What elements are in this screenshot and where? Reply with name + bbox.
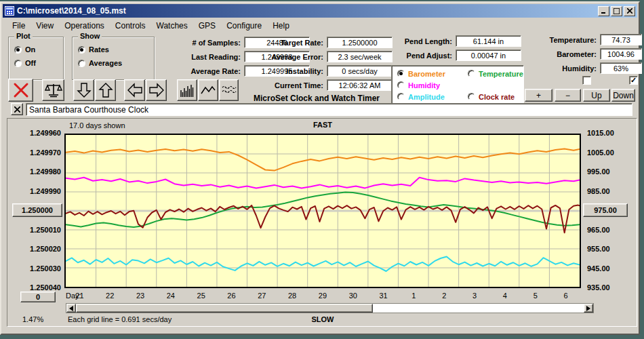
line-graph-button[interactable] bbox=[198, 79, 218, 101]
last-reading-label: Last Reading: bbox=[159, 53, 244, 61]
desktop-background: C:\microset\2014_08_05.mst FileViewOpera… bbox=[0, 0, 644, 339]
plus-button[interactable]: + bbox=[525, 89, 552, 102]
left-axis-reference-button[interactable]: 1.250000 bbox=[12, 203, 62, 217]
plot-area[interactable] bbox=[64, 134, 581, 288]
radio-icon bbox=[397, 81, 405, 89]
chart-scrollbar[interactable] bbox=[66, 303, 594, 313]
menu-bar: FileViewOperationsControlsWatchesGPSConf… bbox=[3, 19, 637, 32]
series-radio-barometer[interactable]: Barometer bbox=[397, 68, 468, 79]
right-axis-tick: 1005.00 bbox=[587, 148, 635, 157]
series-radio-label: Clock rate bbox=[479, 93, 515, 101]
plot-option-label: On bbox=[25, 45, 35, 54]
radio-icon bbox=[78, 60, 85, 67]
minimize-button[interactable] bbox=[598, 6, 609, 16]
shift-down-button[interactable] bbox=[73, 79, 94, 101]
balance-button[interactable] bbox=[42, 79, 64, 101]
day-tick-label: 30 bbox=[338, 292, 368, 300]
minus-button[interactable]: − bbox=[555, 89, 581, 102]
series-line-clock-rate bbox=[66, 205, 580, 233]
series-line-humidity bbox=[66, 178, 580, 188]
scroll-right-button[interactable] bbox=[146, 79, 167, 101]
histogram-button[interactable] bbox=[177, 79, 197, 101]
close-button[interactable] bbox=[624, 6, 635, 16]
left-checkbox[interactable] bbox=[582, 76, 591, 85]
scrollbar-right-button[interactable] bbox=[584, 304, 593, 313]
triangle-right-icon bbox=[586, 306, 590, 311]
pend-adjust-field[interactable]: 0.00047 in bbox=[456, 49, 521, 61]
scrollbar-thumb[interactable] bbox=[76, 304, 373, 313]
shift-up-button[interactable] bbox=[95, 79, 116, 101]
show-option-rates[interactable]: Rates bbox=[78, 45, 109, 54]
radio-icon bbox=[468, 93, 475, 100]
instability-field[interactable]: 0 secs/day bbox=[327, 65, 393, 77]
scale-down-button[interactable]: Down bbox=[611, 89, 635, 102]
plot-option-label: Off bbox=[25, 59, 36, 67]
current-time-row: Current Time:12:06:32 AM bbox=[243, 79, 393, 91]
maximize-button[interactable] bbox=[611, 6, 622, 16]
triangle-left-icon bbox=[69, 306, 73, 311]
temperature-field[interactable]: 74.73 bbox=[600, 34, 642, 45]
app-icon bbox=[5, 6, 14, 16]
session-name-input[interactable] bbox=[26, 103, 632, 116]
menu-item-gps[interactable]: GPS bbox=[193, 20, 221, 31]
menu-item-operations[interactable]: Operations bbox=[59, 20, 110, 31]
pend-adjust-label: Pend Adjust: bbox=[372, 52, 456, 60]
fast-label: FAST bbox=[255, 121, 390, 129]
plot-option-on[interactable]: On bbox=[14, 45, 35, 54]
series-radio-clock-rate[interactable]: Clock rate bbox=[468, 91, 523, 102]
humidity-label: Humidity: bbox=[518, 64, 600, 73]
current-time-label: Current Time: bbox=[243, 81, 327, 89]
left-axis-tick: 1.250010 bbox=[5, 226, 61, 234]
day-tick-label: 3 bbox=[460, 292, 490, 300]
day-tick-label: 28 bbox=[277, 292, 308, 300]
title-bar[interactable]: C:\microset\2014_08_05.mst bbox=[3, 4, 637, 18]
series-radio-amplitude[interactable]: Amplitude bbox=[397, 91, 468, 102]
series-selector-grid: BarometerTemperatureHumidityAmplitudeClo… bbox=[392, 66, 523, 102]
grid-note-label: Each grid line = 0.691 secs/day bbox=[68, 315, 172, 323]
series-radio-humidity[interactable]: Humidity bbox=[397, 79, 468, 91]
show-group-label: Show bbox=[78, 32, 102, 40]
left-axis-tick: 1.249990 bbox=[5, 187, 61, 195]
smoothed-graph-button[interactable] bbox=[219, 79, 239, 101]
environment-readout-column: Temperature:74.73Barometer:1004.96Humidi… bbox=[518, 34, 642, 77]
pend-length-field[interactable]: 61.144 in bbox=[456, 35, 521, 47]
series-radio-temperature[interactable]: Temperature bbox=[468, 68, 523, 79]
clear-graph-button[interactable] bbox=[8, 79, 33, 102]
slow-label: SLOW bbox=[255, 315, 390, 323]
x-icon bbox=[14, 106, 20, 113]
menu-item-watches[interactable]: Watches bbox=[151, 20, 193, 31]
menu-item-file[interactable]: File bbox=[7, 20, 31, 31]
zero-button[interactable]: 0 bbox=[20, 292, 56, 302]
plot-option-off[interactable]: Off bbox=[14, 59, 36, 67]
show-option-averages[interactable]: Averages bbox=[78, 59, 122, 67]
menu-item-view[interactable]: View bbox=[31, 20, 59, 31]
menu-item-controls[interactable]: Controls bbox=[110, 20, 151, 31]
scrollbar-left-button[interactable] bbox=[66, 304, 76, 313]
show-option-label: Rates bbox=[89, 45, 109, 54]
humidity-field[interactable]: 63% bbox=[600, 62, 642, 74]
arrow-down-icon bbox=[77, 82, 92, 98]
temperature-label: Temperature: bbox=[518, 36, 600, 44]
series-line-barometer bbox=[66, 148, 580, 170]
series-radio-label: Barometer bbox=[408, 70, 445, 78]
target-rate-label: Target Rate: bbox=[243, 39, 327, 47]
left-axis-tick: 1.250020 bbox=[5, 245, 61, 253]
scale-up-button[interactable]: Up bbox=[583, 89, 610, 102]
waves-icon bbox=[222, 84, 237, 96]
left-axis-tick: 1.249960 bbox=[5, 129, 61, 137]
scroll-left-button[interactable] bbox=[124, 79, 145, 101]
current-time-field[interactable]: 12:06:32 AM bbox=[327, 79, 393, 91]
session-clear-button[interactable] bbox=[11, 103, 23, 115]
menu-item-help[interactable]: Help bbox=[267, 20, 295, 31]
day-tick-label: 4 bbox=[489, 292, 520, 300]
pend-length-label: Pend Length: bbox=[372, 37, 456, 45]
day-tick-label: 29 bbox=[308, 292, 338, 300]
right-axis-reference-button[interactable]: 975.00 bbox=[583, 203, 628, 217]
instability-label: Instability: bbox=[243, 67, 327, 75]
average-error-label: Average Error: bbox=[243, 53, 327, 61]
barometer-field[interactable]: 1004.96 bbox=[600, 48, 642, 60]
menu-item-configure[interactable]: Configure bbox=[221, 20, 267, 31]
radio-icon bbox=[78, 46, 85, 54]
right-checkbox[interactable]: ✓ bbox=[629, 76, 638, 85]
day-tick-label: 22 bbox=[95, 292, 125, 300]
